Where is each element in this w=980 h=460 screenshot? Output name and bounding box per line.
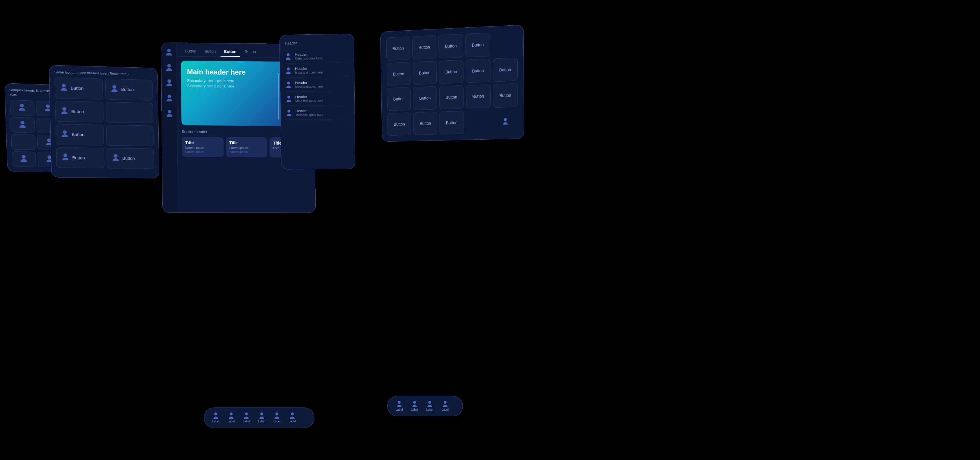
cell-1-3[interactable] bbox=[11, 117, 35, 133]
nav-label-2: Label bbox=[228, 420, 234, 423]
cell-2-5[interactable]: Button bbox=[56, 124, 104, 145]
card2-grid: Button Button Button Button Button Butto… bbox=[54, 77, 154, 169]
list-item-3-texts: Header Meta text goes here bbox=[295, 80, 323, 88]
sidebar-icon-3[interactable] bbox=[165, 79, 173, 88]
mini-card-2[interactable]: Title Lorem ipsum Lorem ipsum bbox=[226, 137, 267, 157]
card2-label: Same layout, unconstrained size. (Resize… bbox=[54, 70, 153, 77]
cell-1-5[interactable] bbox=[11, 134, 35, 150]
list-item-3[interactable]: Header Meta text goes here bbox=[285, 77, 349, 92]
cell-2-4[interactable] bbox=[106, 102, 153, 123]
nav-right-label-2: Label bbox=[411, 408, 418, 411]
nav-item-4[interactable]: Label bbox=[255, 411, 268, 425]
btn-cell-14[interactable]: Button bbox=[493, 83, 518, 107]
nav-item-5[interactable]: Label bbox=[270, 411, 283, 425]
cell-1-7[interactable] bbox=[12, 151, 36, 167]
list-icon-5 bbox=[286, 110, 292, 116]
nav-label-1: Label bbox=[212, 420, 219, 423]
tab-1[interactable]: Button bbox=[181, 47, 200, 56]
btn-cell-16[interactable]: Button bbox=[413, 112, 437, 135]
list-item-5-meta: Meta text goes here bbox=[296, 113, 323, 117]
person-icon bbox=[111, 154, 120, 162]
sidebar-icon-5[interactable] bbox=[165, 110, 173, 118]
tab-2[interactable]: Button bbox=[201, 47, 219, 57]
nav-item-3[interactable]: Label bbox=[240, 411, 253, 425]
nav-item-6[interactable]: Label bbox=[286, 411, 298, 425]
cell-2-2[interactable]: Button bbox=[105, 79, 153, 101]
btn-cell-11[interactable]: Button bbox=[413, 86, 437, 110]
nav-right-item-3[interactable]: Label bbox=[423, 399, 436, 413]
list-item-5-texts: Header Meta text goes here bbox=[296, 109, 323, 117]
nav-right-label-1: Label bbox=[396, 408, 402, 411]
list-item-4-meta: Meta text goes here bbox=[295, 99, 323, 102]
btn-cell-empty-1 bbox=[492, 31, 518, 56]
nav-bar-main: Label Label Label Label Label Label bbox=[204, 407, 315, 428]
button-label: Button bbox=[393, 96, 405, 101]
nav-right-item-1[interactable]: Label bbox=[393, 399, 406, 413]
btn-cell-3[interactable]: Button bbox=[439, 34, 463, 58]
btn-cell-15[interactable]: Button bbox=[387, 112, 411, 136]
btn-cell-4[interactable]: Button bbox=[465, 33, 490, 57]
sidebar-icon-4[interactable] bbox=[165, 95, 173, 103]
tab-4[interactable]: Button bbox=[241, 48, 259, 57]
btn-cell-10[interactable]: Button bbox=[387, 87, 411, 111]
tab-3[interactable]: Button bbox=[220, 48, 240, 57]
person-icon bbox=[61, 153, 70, 162]
nav-right-label-4: Label bbox=[441, 408, 449, 411]
list-item-2-header: Header bbox=[295, 66, 323, 71]
list-item-3-meta: Meta text goes here bbox=[295, 85, 323, 88]
list-icon-1 bbox=[285, 53, 291, 60]
list-item-2[interactable]: Header Meta text goes here bbox=[285, 63, 349, 78]
mini-card-2-lorem2: Lorem ipsum bbox=[229, 150, 264, 154]
nav-right-label-3: Label bbox=[426, 408, 433, 411]
button-label: Button bbox=[472, 68, 484, 73]
grid-person-icon bbox=[502, 118, 509, 125]
list-item-4[interactable]: Header Meta text goes here bbox=[286, 91, 349, 106]
cell-2-6[interactable] bbox=[106, 125, 154, 146]
nav-item-1[interactable]: Label bbox=[209, 411, 222, 425]
button-label: Button bbox=[472, 42, 484, 48]
btn-cell-17[interactable]: Button bbox=[439, 111, 464, 134]
list-item-5[interactable]: Header Meta text goes here bbox=[286, 105, 349, 120]
person-icon bbox=[60, 107, 69, 115]
nav-right-item-4[interactable]: Label bbox=[439, 399, 451, 413]
btn-cell-1[interactable]: Button bbox=[386, 37, 410, 61]
button-label: Button bbox=[71, 86, 84, 91]
mini-card-2-lorem1: Lorem ipsum bbox=[229, 146, 264, 150]
card-button-grid: Button Button Button Button Button Butto… bbox=[380, 25, 524, 142]
cell-2-1[interactable]: Button bbox=[54, 77, 103, 99]
button-label: Button bbox=[419, 45, 430, 50]
list-item-2-texts: Header Meta text goes here bbox=[295, 66, 323, 75]
nav-icon-1 bbox=[213, 412, 219, 419]
nav-right-icon-3 bbox=[426, 401, 433, 407]
cell-2-8[interactable]: Button bbox=[107, 148, 154, 169]
list-item-1[interactable]: Header Meta text goes here bbox=[285, 48, 349, 64]
btn-cell-12[interactable]: Button bbox=[439, 85, 463, 109]
person-icon bbox=[59, 84, 68, 92]
btn-cell-empty-2 bbox=[466, 110, 491, 134]
btn-cell-13[interactable]: Button bbox=[466, 84, 491, 108]
mini-card-1[interactable]: Title Lorem ipsum Lorem ipsum bbox=[182, 137, 224, 157]
btn-cell-5[interactable]: Button bbox=[387, 62, 411, 86]
list-icon-4 bbox=[286, 95, 292, 102]
button-label: Button bbox=[394, 121, 405, 126]
btn-cell-9[interactable]: Button bbox=[493, 58, 518, 82]
button-label: Button bbox=[72, 155, 85, 160]
button-label: Button bbox=[419, 70, 430, 75]
button-label: Button bbox=[445, 69, 457, 74]
sidebar-icon-1[interactable] bbox=[164, 49, 173, 57]
sidebar-icon-2[interactable] bbox=[165, 64, 173, 72]
mini-card-2-title: Title bbox=[229, 141, 264, 145]
button-label: Button bbox=[71, 109, 84, 114]
btn-cell-6[interactable]: Button bbox=[412, 61, 437, 85]
cell-2-7[interactable]: Button bbox=[56, 147, 104, 168]
btn-cell-7[interactable]: Button bbox=[439, 60, 463, 84]
cell-1-1[interactable] bbox=[10, 100, 34, 116]
button-label: Button bbox=[419, 96, 431, 101]
list-icon-3 bbox=[285, 81, 292, 88]
nav-bar-right: Label Label Label Label bbox=[387, 396, 463, 416]
cell-2-3[interactable]: Button bbox=[55, 101, 103, 123]
btn-cell-2[interactable]: Button bbox=[412, 35, 437, 59]
nav-right-item-2[interactable]: Label bbox=[408, 399, 421, 413]
nav-item-2[interactable]: Label bbox=[224, 411, 237, 425]
btn-cell-8[interactable]: Button bbox=[466, 59, 490, 83]
